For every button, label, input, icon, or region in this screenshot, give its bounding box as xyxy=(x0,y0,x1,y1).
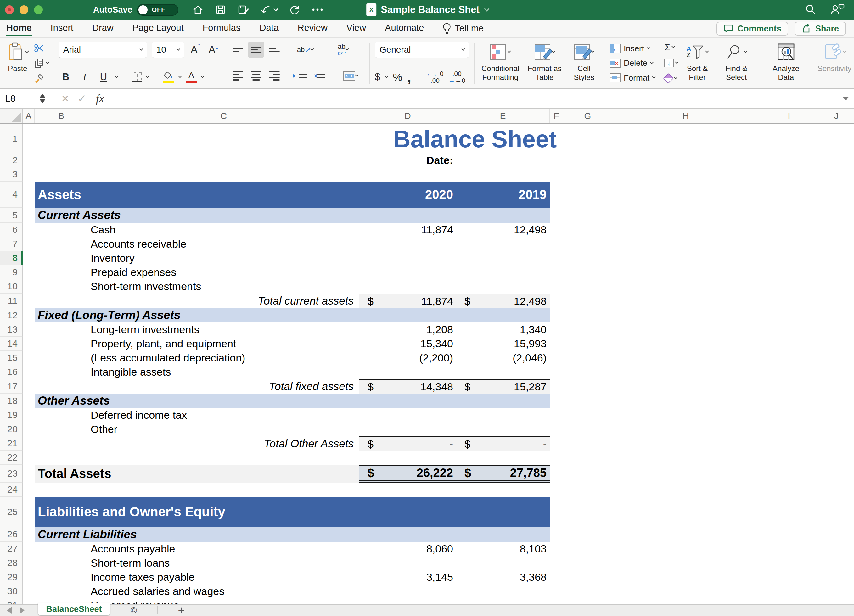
cell-C29[interactable]: Income taxes payable xyxy=(88,570,359,584)
ribbon-tab-data[interactable]: Data xyxy=(259,19,279,37)
italic-button[interactable]: I xyxy=(78,72,92,83)
row-header-30[interactable]: 30 xyxy=(0,584,23,598)
cell-D14[interactable]: 15,340 xyxy=(359,337,456,351)
underline-button[interactable]: U xyxy=(96,72,111,83)
section-band-18[interactable]: Other Assets xyxy=(35,393,550,408)
cell-D23[interactable]: $26,222 xyxy=(359,465,456,483)
select-all-corner[interactable] xyxy=(0,109,23,124)
align-left-button[interactable] xyxy=(230,68,246,84)
borders-button[interactable] xyxy=(132,72,142,82)
formula-bar-expand-chevron[interactable] xyxy=(843,97,849,101)
bold-button[interactable]: B xyxy=(58,72,73,83)
clear-button[interactable] xyxy=(664,72,678,85)
undo-icon[interactable] xyxy=(261,4,278,15)
align-bottom-button[interactable] xyxy=(266,41,282,58)
name-box[interactable]: L8 xyxy=(0,89,50,108)
row-header-24[interactable]: 24 xyxy=(0,483,23,497)
cell-E27[interactable]: 8,103 xyxy=(456,542,550,556)
redo-icon[interactable] xyxy=(289,4,300,15)
zoom-window-button[interactable] xyxy=(34,5,43,14)
cell-C17[interactable]: Total fixed assets xyxy=(88,379,359,393)
home-icon[interactable] xyxy=(192,4,204,15)
cell-E6[interactable]: 12,498 xyxy=(456,223,550,237)
row-header-13[interactable]: 13 xyxy=(0,322,23,337)
font-color-button[interactable]: A xyxy=(186,72,197,83)
cell-C7[interactable]: Accounts receivable xyxy=(88,237,359,251)
section-band-26[interactable]: Current Liabilities xyxy=(35,527,550,542)
row-header-12[interactable]: 12 xyxy=(0,308,23,322)
name-box-stepper[interactable] xyxy=(40,94,45,103)
row-header-14[interactable]: 14 xyxy=(0,337,23,351)
paste-button[interactable]: Paste xyxy=(5,41,31,86)
ribbon-tab-page-layout[interactable]: Page Layout xyxy=(132,19,185,37)
column-header-F[interactable]: F xyxy=(550,109,563,124)
more-commands-icon[interactable] xyxy=(311,8,323,12)
decrease-font-size-button[interactable]: Aˆ xyxy=(207,44,220,56)
cell-D13[interactable]: 1,208 xyxy=(359,322,456,337)
cell-C13[interactable]: Long-term investments xyxy=(88,322,359,337)
next-sheet-arrow[interactable] xyxy=(20,607,24,614)
row-header-15[interactable]: 15 xyxy=(0,351,23,365)
ribbon-tab-home[interactable]: Home xyxy=(6,19,32,37)
column-header-I[interactable]: I xyxy=(759,109,819,124)
delete-cells-button[interactable]: ✕ Delete xyxy=(610,56,655,70)
decrease-decimal-button[interactable]: .00→→0 xyxy=(448,70,465,84)
column-header-G[interactable]: G xyxy=(563,109,612,124)
cancel-entry-icon[interactable]: × xyxy=(62,92,69,105)
align-right-button[interactable] xyxy=(266,68,282,84)
row-header-18[interactable]: 18 xyxy=(0,393,23,408)
format-as-table-button[interactable]: Format as Table xyxy=(522,41,567,86)
column-header-H[interactable]: H xyxy=(612,109,759,124)
share-presence-icon[interactable] xyxy=(830,3,845,16)
ribbon-tab-automate[interactable]: Automate xyxy=(384,19,424,37)
cell-D21[interactable]: $- xyxy=(359,436,456,451)
row-header-22[interactable]: 22 xyxy=(0,451,23,465)
row-header-25[interactable]: 25 xyxy=(0,497,23,527)
cell-B23[interactable]: Total Assets xyxy=(35,465,359,483)
row-header-21[interactable]: 21 xyxy=(0,436,23,451)
row-header-7[interactable]: 7 xyxy=(0,237,23,251)
cell-D11[interactable]: $11,874 xyxy=(359,294,456,308)
row-header-23[interactable]: 23 xyxy=(0,465,23,483)
save-as-icon[interactable] xyxy=(238,4,250,15)
wrap-text-button[interactable]: abc↩ xyxy=(328,41,358,58)
cell-E13[interactable]: 1,340 xyxy=(456,322,550,337)
cell-E11[interactable]: $12,498 xyxy=(456,294,550,308)
cell-D17[interactable]: $14,348 xyxy=(359,379,456,393)
row-header-19[interactable]: 19 xyxy=(0,408,23,422)
number-format-select[interactable]: General xyxy=(375,41,469,58)
cut-button[interactable] xyxy=(34,42,49,54)
column-header-E[interactable]: E xyxy=(456,109,550,124)
cell-E14[interactable]: 15,993 xyxy=(456,337,550,351)
section-band-12[interactable]: Fixed (Long-Term) Assets xyxy=(35,308,550,322)
cell-E23[interactable]: $27,785 xyxy=(456,465,550,483)
assets-header-band[interactable]: Assets20202019 xyxy=(35,181,550,207)
insert-cells-button[interactable]: ← Insert xyxy=(610,41,655,55)
percent-format-button[interactable]: % xyxy=(393,71,402,83)
cell-C30[interactable]: Accrued salaries and wages xyxy=(88,584,359,598)
cell-C11[interactable]: Total current assets xyxy=(88,294,359,308)
row-header-5[interactable]: 5 xyxy=(0,207,23,223)
align-middle-button[interactable] xyxy=(248,41,264,58)
cell-E21[interactable]: $- xyxy=(456,436,550,451)
font-color-chevron[interactable] xyxy=(201,75,204,78)
column-header-C[interactable]: C xyxy=(88,109,359,124)
insert-function-icon[interactable]: fx xyxy=(96,92,104,105)
autosave-control[interactable]: AutoSave OFF xyxy=(93,4,178,16)
cell-D27[interactable]: 8,060 xyxy=(359,542,456,556)
format-painter-button[interactable] xyxy=(34,72,49,84)
row-header-28[interactable]: 28 xyxy=(0,556,23,570)
ribbon-tab-formulas[interactable]: Formulas xyxy=(202,19,241,37)
fill-down-button[interactable] xyxy=(664,56,678,69)
autosave-toggle[interactable]: OFF xyxy=(137,4,178,16)
align-center-button[interactable] xyxy=(248,68,264,84)
row-header-8[interactable]: 8 xyxy=(0,251,23,265)
cell-C6[interactable]: Cash xyxy=(88,223,359,237)
section-band-5[interactable]: Current Assets xyxy=(35,207,550,223)
stepper-down-icon[interactable] xyxy=(40,99,45,103)
row-header-2[interactable]: 2 xyxy=(0,153,23,168)
share-button[interactable]: Share xyxy=(795,22,846,35)
cell-C19[interactable]: Deferred income tax xyxy=(88,408,359,422)
accounting-format-button[interactable]: $ xyxy=(375,72,380,83)
comma-format-button[interactable]: , xyxy=(407,74,411,80)
